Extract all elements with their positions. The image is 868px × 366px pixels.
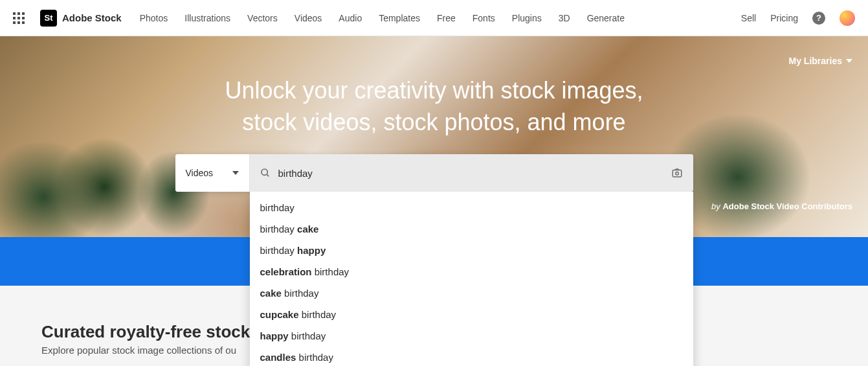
nav-plugins[interactable]: Plugins bbox=[512, 13, 542, 23]
search-category-label: Videos bbox=[186, 168, 214, 178]
nav-videos[interactable]: Videos bbox=[295, 13, 322, 23]
right-nav: Sell Pricing ? bbox=[741, 10, 855, 26]
nav-templates[interactable]: Templates bbox=[379, 13, 420, 23]
search-suggestions: birthdaybirthday cakebirthday happyceleb… bbox=[250, 192, 693, 366]
top-navigation-bar: St Adobe Stock Photos Illustrations Vect… bbox=[0, 0, 868, 36]
nav-photos[interactable]: Photos bbox=[140, 13, 168, 23]
hero-title-line1: Unlock your creativity with stock images… bbox=[0, 75, 868, 107]
chevron-down-icon bbox=[846, 59, 852, 63]
search-bar: Videos bbox=[175, 154, 693, 192]
visual-search-icon[interactable] bbox=[671, 167, 683, 179]
hero-title-line2: stock videos, stock photos, and more bbox=[0, 107, 868, 139]
search-field-wrap bbox=[250, 154, 693, 192]
suggestion-item[interactable]: cake birthday bbox=[250, 282, 693, 304]
my-libraries-label: My Libraries bbox=[789, 56, 842, 66]
nav-generate[interactable]: Generate bbox=[587, 13, 625, 23]
apps-grid-icon[interactable] bbox=[13, 12, 25, 24]
main-nav: Photos Illustrations Vectors Videos Audi… bbox=[140, 13, 741, 23]
hero-title: Unlock your creativity with stock images… bbox=[0, 75, 868, 138]
nav-vectors[interactable]: Vectors bbox=[247, 13, 278, 23]
suggestion-item[interactable]: candles birthday bbox=[250, 347, 693, 366]
nav-pricing[interactable]: Pricing bbox=[770, 13, 798, 23]
logo-icon[interactable]: St bbox=[40, 10, 57, 27]
suggestion-item[interactable]: celebration birthday bbox=[250, 261, 693, 282]
search-category-dropdown[interactable]: Videos bbox=[175, 154, 250, 192]
nav-fonts[interactable]: Fonts bbox=[473, 13, 495, 23]
my-libraries-dropdown[interactable]: My Libraries bbox=[789, 56, 852, 66]
suggestion-item[interactable]: cupcake birthday bbox=[250, 304, 693, 325]
suggestion-item[interactable]: birthday bbox=[250, 197, 693, 218]
nav-3d[interactable]: 3D bbox=[559, 13, 570, 23]
suggestion-item[interactable]: happy birthday bbox=[250, 325, 693, 347]
credit-prefix: by bbox=[711, 201, 722, 211]
hero-section: My Libraries Unlock your creativity with… bbox=[0, 36, 868, 237]
chevron-down-icon bbox=[232, 171, 239, 175]
help-icon[interactable]: ? bbox=[812, 12, 825, 25]
nav-sell[interactable]: Sell bbox=[741, 13, 756, 23]
suggestion-item[interactable]: birthday happy bbox=[250, 240, 693, 261]
nav-free[interactable]: Free bbox=[437, 13, 456, 23]
hero-credit: by Adobe Stock Video Contributors bbox=[711, 201, 852, 211]
search-container: Videos birthdaybirthday cakebirthday hap… bbox=[175, 154, 693, 366]
nav-audio[interactable]: Audio bbox=[339, 13, 362, 23]
search-input[interactable] bbox=[278, 168, 665, 179]
svg-point-0 bbox=[262, 169, 267, 175]
credit-name: Adobe Stock Video Contributors bbox=[722, 201, 852, 211]
svg-line-1 bbox=[267, 174, 269, 176]
svg-point-3 bbox=[675, 172, 678, 176]
brand-name[interactable]: Adobe Stock bbox=[62, 12, 122, 23]
svg-rect-2 bbox=[673, 170, 682, 177]
suggestion-item[interactable]: birthday cake bbox=[250, 218, 693, 240]
user-avatar[interactable] bbox=[840, 10, 855, 26]
search-icon bbox=[260, 168, 271, 178]
nav-illustrations[interactable]: Illustrations bbox=[184, 13, 230, 23]
